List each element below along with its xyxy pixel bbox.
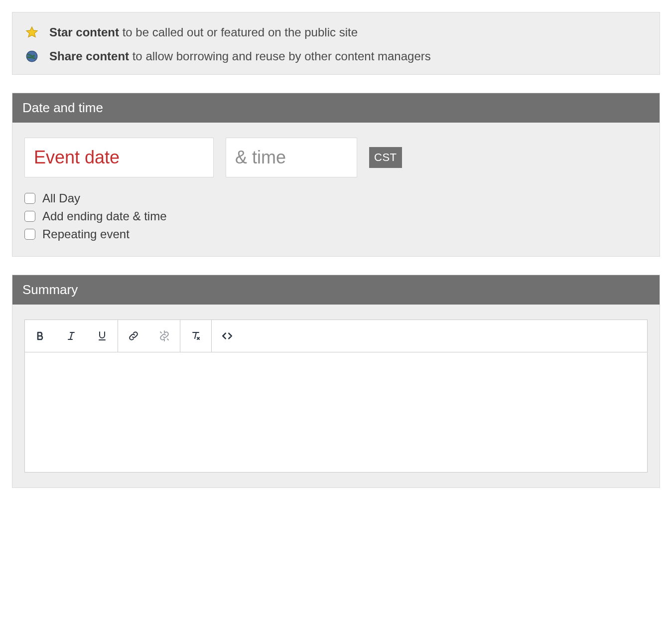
summary-header: Summary [12, 275, 660, 305]
summary-toolbar [25, 320, 647, 352]
datetime-body: CST All Day Add ending date & time Repea… [12, 123, 660, 256]
clear-format-button[interactable] [180, 320, 211, 352]
add-end-label: Add ending date & time [42, 209, 167, 223]
star-icon [24, 25, 39, 39]
summary-editor [24, 319, 648, 473]
clear-format-icon [190, 330, 202, 342]
link-icon [128, 330, 139, 342]
repeating-checkbox[interactable] [24, 229, 35, 240]
underline-button[interactable] [87, 320, 118, 352]
toolbar-group-link [118, 320, 180, 352]
bold-button[interactable] [25, 320, 56, 352]
repeating-label: Repeating event [42, 227, 130, 241]
info-star-text: Star content to be called out or feature… [49, 23, 358, 41]
all-day-label: All Day [42, 191, 80, 205]
summary-body [12, 305, 660, 487]
globe-icon [24, 50, 39, 63]
toolbar-group-format [25, 320, 118, 352]
bold-icon [34, 330, 46, 342]
unlink-icon [158, 330, 170, 342]
unlink-button[interactable] [149, 320, 180, 352]
info-star-bold: Star content [49, 25, 119, 39]
datetime-input-row: CST [24, 138, 648, 177]
italic-icon [65, 330, 77, 342]
underline-icon [96, 330, 108, 342]
event-date-input[interactable] [24, 138, 214, 177]
code-icon [221, 329, 234, 342]
all-day-row: All Day [24, 191, 648, 205]
info-row-share: Share content to allow borrowing and reu… [24, 47, 648, 65]
info-star-rest: to be called out or featured on the publ… [119, 25, 358, 39]
datetime-header: Date and time [12, 93, 660, 123]
italic-button[interactable] [56, 320, 87, 352]
add-end-row: Add ending date & time [24, 209, 648, 223]
repeating-row: Repeating event [24, 227, 648, 241]
all-day-checkbox[interactable] [24, 193, 35, 204]
datetime-section: Date and time CST All Day Add ending dat… [12, 93, 660, 257]
info-share-bold: Share content [49, 49, 129, 63]
toolbar-group-source [212, 320, 243, 352]
info-row-star: Star content to be called out or feature… [24, 23, 648, 41]
add-end-checkbox[interactable] [24, 211, 35, 222]
event-time-input[interactable] [226, 138, 357, 177]
summary-section: Summary [12, 275, 660, 488]
summary-textarea[interactable] [25, 352, 647, 472]
source-button[interactable] [212, 320, 243, 352]
info-panel: Star content to be called out or feature… [12, 12, 660, 75]
timezone-badge: CST [369, 147, 402, 168]
info-share-rest: to allow borrowing and reuse by other co… [129, 49, 431, 63]
toolbar-group-clear [180, 320, 212, 352]
link-button[interactable] [118, 320, 149, 352]
info-share-text: Share content to allow borrowing and reu… [49, 47, 431, 65]
